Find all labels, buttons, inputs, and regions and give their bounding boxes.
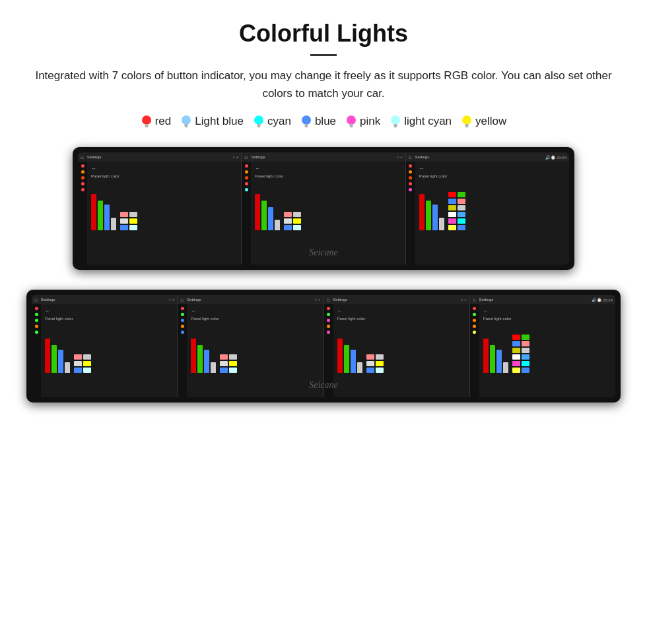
color-swatch[interactable]	[512, 368, 520, 373]
sidebar-indicator	[473, 313, 476, 316]
color-bar	[111, 218, 116, 231]
color-swatch[interactable]	[458, 192, 465, 197]
svg-point-4	[182, 115, 191, 125]
color-swatch[interactable]	[229, 368, 237, 373]
color-swatch[interactable]	[83, 368, 91, 373]
color-swatch[interactable]	[376, 361, 384, 366]
color-swatch[interactable]	[293, 225, 301, 230]
color-swatch[interactable]	[376, 368, 384, 373]
color-swatch[interactable]	[366, 361, 374, 366]
home-icon: ⌂	[409, 154, 412, 160]
color-swatch[interactable]	[522, 361, 529, 366]
home-icon: ⌂	[81, 154, 84, 160]
panel-light-color-label: Panel light color	[483, 317, 611, 321]
color-swatch[interactable]	[220, 361, 228, 366]
screen-unit: ⌂ Settings 🔊 ⌚ 20:24 ←Panel light color	[470, 295, 615, 397]
color-swatch[interactable]	[220, 368, 228, 373]
back-button[interactable]: ←	[483, 308, 611, 314]
color-bar	[98, 201, 103, 231]
color-swatch[interactable]	[512, 354, 520, 360]
back-button[interactable]: ←	[337, 308, 465, 314]
color-swatch[interactable]	[512, 335, 520, 340]
color-swatch[interactable]	[83, 354, 91, 360]
back-button[interactable]: ←	[419, 166, 565, 172]
screen-content: ←Panel light color	[406, 162, 569, 265]
sidebar-indicator	[81, 164, 85, 168]
sidebar-indicator	[181, 325, 184, 328]
color-bars-container	[419, 181, 565, 230]
back-button[interactable]: ←	[255, 166, 401, 172]
color-swatch[interactable]	[129, 225, 137, 230]
color-swatch[interactable]	[448, 225, 456, 230]
color-swatch[interactable]	[448, 199, 456, 204]
color-bars	[419, 187, 444, 230]
color-swatch[interactable]	[366, 354, 374, 360]
color-bar	[432, 205, 438, 230]
color-swatch[interactable]	[458, 205, 465, 210]
color-swatch[interactable]	[74, 361, 82, 366]
color-swatch[interactable]	[293, 218, 301, 224]
color-swatch[interactable]	[458, 212, 465, 217]
color-swatch[interactable]	[512, 341, 520, 346]
color-swatch[interactable]	[522, 368, 529, 373]
color-swatch[interactable]	[74, 368, 82, 373]
color-bars-container	[337, 323, 465, 373]
color-bar	[275, 220, 280, 230]
color-swatch[interactable]	[448, 192, 456, 197]
color-label: yellow	[475, 115, 506, 128]
color-swatch[interactable]	[522, 348, 529, 353]
panel-light-color-label: Panel light color	[91, 174, 237, 178]
svg-rect-5	[184, 124, 188, 125]
color-swatches	[120, 212, 137, 230]
color-swatch[interactable]	[74, 354, 82, 360]
screen-unit: ⌂ Settings ○ + ←Panel light color	[242, 152, 405, 265]
topbar-icons: 🔊 ⌚ 20:24	[592, 298, 613, 302]
color-swatch[interactable]	[120, 225, 128, 230]
sidebar-indicator	[245, 170, 248, 174]
color-swatch[interactable]	[129, 218, 137, 224]
color-swatch[interactable]	[458, 218, 465, 224]
screen-content: ←Panel light color	[324, 304, 469, 397]
color-swatch[interactable]	[522, 354, 529, 360]
svg-rect-22	[394, 125, 397, 127]
color-swatch[interactable]	[458, 199, 465, 204]
color-label: red	[155, 115, 172, 128]
color-swatch[interactable]	[522, 341, 529, 346]
color-swatch[interactable]	[448, 212, 456, 217]
color-swatch[interactable]	[522, 335, 529, 340]
color-swatch[interactable]	[448, 218, 456, 224]
color-swatch[interactable]	[376, 354, 384, 360]
color-swatch[interactable]	[284, 212, 292, 217]
color-swatch[interactable]	[229, 361, 237, 366]
color-swatch[interactable]	[512, 348, 520, 353]
color-swatch[interactable]	[220, 354, 228, 360]
sidebar-indicator	[327, 325, 330, 328]
back-button[interactable]: ←	[191, 308, 319, 314]
sidebar-indicator	[181, 313, 184, 316]
device-row2: ⌂ Settings ○ + ←Panel light color ⌂ Sett…	[26, 290, 621, 402]
sidebar-indicator	[473, 331, 476, 334]
screen-topbar: ⌂ Settings 🔊 ⌚ 20:24	[406, 152, 569, 162]
color-swatch[interactable]	[229, 354, 237, 360]
color-swatch[interactable]	[284, 218, 292, 224]
svg-rect-13	[304, 124, 308, 125]
back-button[interactable]: ←	[45, 308, 173, 314]
svg-rect-3	[145, 127, 148, 128]
color-swatch[interactable]	[366, 368, 374, 373]
color-swatch[interactable]	[512, 361, 520, 366]
color-swatch[interactable]	[448, 205, 456, 210]
color-swatch[interactable]	[458, 225, 465, 230]
color-swatch[interactable]	[293, 212, 301, 217]
back-button[interactable]: ←	[91, 166, 237, 172]
screen-unit: ⌂ Settings ○ + ←Panel light color	[324, 295, 470, 397]
color-swatch[interactable]	[83, 361, 91, 366]
color-swatch[interactable]	[120, 212, 128, 217]
home-icon: ⌂	[34, 297, 38, 303]
screen-main: ←Panel light color	[479, 304, 615, 397]
color-swatch[interactable]	[120, 218, 128, 224]
sidebar-indicator	[35, 307, 38, 310]
color-swatch[interactable]	[129, 212, 137, 217]
color-item-light-cyan: light cyan	[390, 114, 452, 129]
color-swatches	[366, 354, 384, 373]
color-swatch[interactable]	[284, 225, 292, 230]
